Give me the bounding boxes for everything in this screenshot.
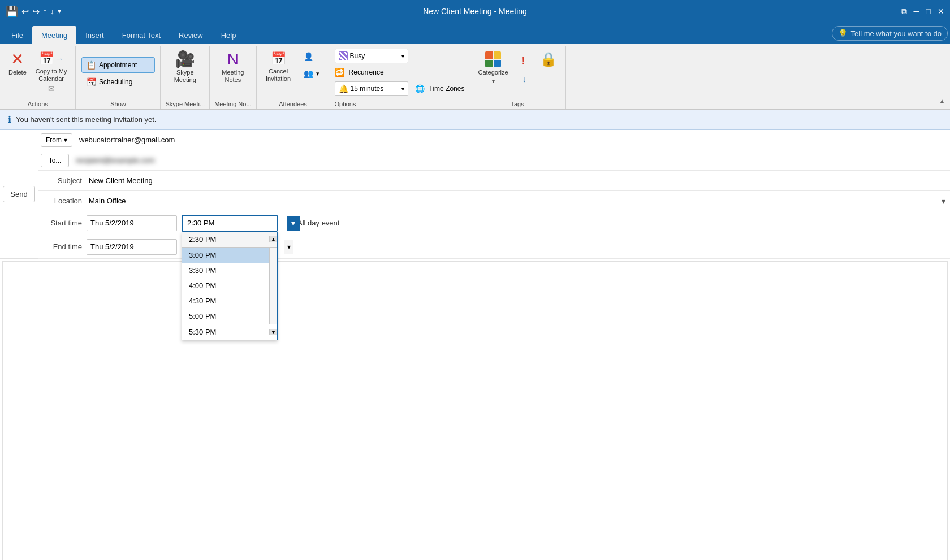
time-option-2[interactable]: 3:30 PM xyxy=(182,263,269,278)
attendees-btn-2[interactable]: 👥 ▾ xyxy=(299,66,325,81)
meeting-notes-group-label: Meeting No... xyxy=(214,98,251,109)
start-time-label: Start time xyxy=(38,219,87,227)
subject-input[interactable] xyxy=(87,174,950,187)
skype-meeting-button[interactable]: 🎥 Skype Meeting xyxy=(168,49,202,88)
categorize-label: Categorize xyxy=(478,69,508,76)
appointment-label: Appointment xyxy=(99,61,137,69)
ribbon-group-meeting-notes: N Meeting Notes Meeting No... xyxy=(210,46,256,109)
restore-icon[interactable]: ⧉ xyxy=(901,7,907,16)
location-wrapper: ▾ xyxy=(87,193,950,209)
tab-insert[interactable]: Insert xyxy=(76,26,113,44)
reminder-label: 15 minutes xyxy=(351,85,384,93)
time-option-6[interactable]: 5:30 PM xyxy=(182,324,261,340)
end-date-input[interactable] xyxy=(87,241,189,253)
reminder-dropdown[interactable]: 🔔 15 minutes ▾ xyxy=(335,81,408,96)
categorize-icon xyxy=(485,51,501,67)
delete-button[interactable]: ✕ Delete xyxy=(5,49,31,88)
down-icon[interactable]: ↓ xyxy=(50,7,54,16)
undo-icon[interactable]: ↩ xyxy=(21,6,29,17)
recurrence-label[interactable]: Recurrence xyxy=(349,68,384,76)
time-option-5[interactable]: 5:00 PM xyxy=(182,309,269,324)
title-bar: 💾 ↩ ↪ ↑ ↓ ▾ New Client Meeting - Meeting… xyxy=(0,0,950,23)
to-button[interactable]: To... xyxy=(41,154,69,167)
from-button[interactable]: From ▾ xyxy=(41,133,72,147)
recurrence-icon: 🔁 xyxy=(335,68,344,77)
time-scroll-up-button[interactable]: ▲ xyxy=(269,236,277,242)
lightbulb-icon: 💡 xyxy=(838,29,848,38)
location-input[interactable] xyxy=(87,193,950,209)
main-content: Send From ▾ webucatortrainer@gmail.com T… xyxy=(0,130,950,560)
onenote-icon: N xyxy=(227,51,239,67)
meeting-notes-button[interactable]: N Meeting Notes xyxy=(216,49,250,88)
start-time-row: Start time 📅 ▾ xyxy=(38,211,950,235)
actions-group-label: Actions xyxy=(28,98,48,109)
copy-to-my-calendar-button[interactable]: 📅 → Copy to My Calendar ✉ xyxy=(32,49,71,88)
qat-dropdown-icon[interactable]: ▾ xyxy=(58,7,61,15)
time-option-1[interactable]: 3:00 PM xyxy=(182,248,269,263)
to-row: To... recipient@example.com xyxy=(38,150,950,171)
lock-button[interactable]: 🔒 xyxy=(536,49,561,88)
cancel-icon: 📅 xyxy=(271,51,286,66)
maximize-icon[interactable]: □ xyxy=(926,7,931,16)
window-controls: ⧉ ─ □ ✕ xyxy=(901,7,944,16)
low-importance-icon: ↓ xyxy=(522,74,526,84)
end-time-dropdown-button[interactable]: ▾ xyxy=(284,240,293,254)
start-time-wrapper: ▾ xyxy=(182,215,278,232)
lock-icon: 🔒 xyxy=(540,51,557,67)
tab-help[interactable]: Help xyxy=(212,26,245,44)
start-date-input[interactable] xyxy=(87,217,189,229)
time-option-4[interactable]: 4:30 PM xyxy=(182,293,269,309)
time-option-0[interactable]: 2:30 PM xyxy=(182,232,261,247)
tell-me-input[interactable]: 💡 Tell me what you want to do xyxy=(832,26,948,41)
tab-meeting[interactable]: Meeting xyxy=(32,26,76,44)
skype-group-label: Skype Meeti... xyxy=(165,98,205,109)
minimize-icon[interactable]: ─ xyxy=(914,7,919,16)
message-body[interactable] xyxy=(2,261,948,560)
up-icon[interactable]: ↑ xyxy=(43,7,47,16)
ribbon-group-options: Busy ▾ 🔁 Recurrence 🔔 15 minutes ▾ 🌐 Tim… xyxy=(330,46,470,109)
time-scroll-down-button[interactable]: ▼ xyxy=(269,329,277,335)
reminder-dropdown-arrow: ▾ xyxy=(401,86,404,92)
start-time-dropdown-container: ▾ 2:30 PM ▲ xyxy=(182,215,278,232)
location-row: Location ▾ xyxy=(38,191,950,211)
info-message: You haven't sent this meeting invitation… xyxy=(16,115,156,124)
busy-icon xyxy=(339,51,348,60)
to-email[interactable]: recipient@example.com xyxy=(74,155,950,166)
cancel-invitation-button[interactable]: 📅 Cancel Invitation xyxy=(261,49,295,88)
location-label: Location xyxy=(38,197,87,205)
quick-access-toolbar: 💾 ↩ ↪ ↑ ↓ ▾ xyxy=(6,5,61,18)
arrow-right-icon: → xyxy=(55,54,63,63)
ribbon-collapse-button[interactable]: ▲ xyxy=(939,97,945,105)
high-importance-icon: ! xyxy=(522,56,525,66)
info-icon: ℹ xyxy=(8,114,11,125)
redo-icon[interactable]: ↪ xyxy=(32,6,40,17)
high-importance-button[interactable]: ! xyxy=(517,53,532,69)
tab-file[interactable]: File xyxy=(2,26,32,44)
appointment-button[interactable]: 📋 Appointment xyxy=(81,57,155,73)
location-dropdown-arrow[interactable]: ▾ xyxy=(942,197,945,206)
from-label: From xyxy=(46,136,62,144)
save-icon[interactable]: 💾 xyxy=(6,5,18,18)
tab-review[interactable]: Review xyxy=(170,26,212,44)
timezones-label[interactable]: Time Zones xyxy=(429,85,465,93)
time-option-3[interactable]: 4:00 PM xyxy=(182,278,269,293)
form-with-send: Send From ▾ webucatortrainer@gmail.com T… xyxy=(0,130,950,259)
start-time-input[interactable] xyxy=(183,216,287,230)
close-icon[interactable]: ✕ xyxy=(938,7,944,16)
categorize-button[interactable]: Categorize ▾ xyxy=(474,49,512,88)
ribbon-group-attendees: 📅 Cancel Invitation 👤 👥 ▾ Attendees xyxy=(257,46,330,109)
start-time-dropdown-popup: 2:30 PM ▲ 3:00 PM 3:30 PM 4:00 PM xyxy=(182,232,278,340)
attendees-btn-1[interactable]: 👤 xyxy=(299,49,325,64)
start-time-dropdown-button[interactable]: ▾ xyxy=(287,216,300,231)
scheduling-button[interactable]: 📆 Scheduling xyxy=(81,74,155,90)
envelope-icon: ✉ xyxy=(48,84,55,93)
send-button[interactable]: Send xyxy=(3,186,34,202)
globe-icon: 🌐 xyxy=(415,84,425,93)
meeting-notes-label: Meeting Notes xyxy=(222,69,244,84)
cancel-invitation-label: Cancel Invitation xyxy=(266,68,291,83)
scheduling-icon: 📆 xyxy=(87,77,96,86)
low-importance-button[interactable]: ↓ xyxy=(517,71,532,87)
tab-format-text[interactable]: Format Text xyxy=(113,26,170,44)
busy-dropdown[interactable]: Busy ▾ xyxy=(335,49,408,63)
busy-dropdown-arrow: ▾ xyxy=(401,53,404,59)
